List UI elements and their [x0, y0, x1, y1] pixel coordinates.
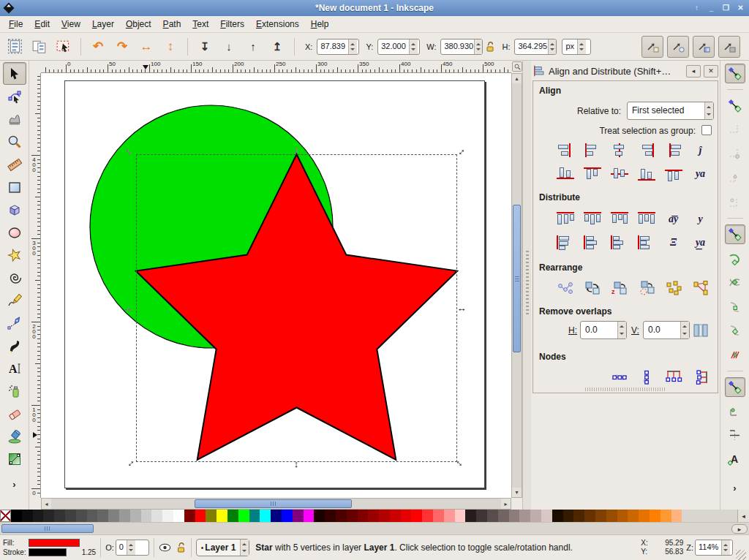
w-field[interactable]: 380.930 [440, 39, 483, 55]
align-nodes-horizontally-button[interactable] [606, 366, 632, 387]
stroke-swatch[interactable] [29, 548, 67, 556]
canvas[interactable]: ↔ ↕ ↔ ↔ ↔ ↔ ↕ ↔ [41, 73, 511, 498]
vertical-ruler[interactable]: 4003002001000 [29, 73, 41, 498]
minimize-button[interactable]: _ [705, 1, 718, 14]
palette-swatch[interactable] [65, 510, 76, 522]
panel-close-button[interactable]: ✕ [704, 65, 718, 77]
distribute-bottom-edges-button[interactable] [606, 232, 632, 253]
palette-swatch[interactable] [108, 510, 119, 522]
palette-swatch[interactable] [141, 510, 152, 522]
snap-nodes-toggle[interactable] [725, 224, 745, 244]
palette-swatch[interactable] [293, 510, 304, 522]
palette-swatch[interactable] [206, 510, 217, 522]
panel-resize-grip[interactable] [585, 387, 666, 391]
align-nodes-vertically-button[interactable] [633, 366, 659, 387]
palette-swatch[interactable] [628, 510, 639, 522]
toolbox-overflow-button[interactable]: › [12, 479, 15, 490]
palette-swatch[interactable] [325, 510, 336, 522]
palette-swatch[interactable] [433, 510, 444, 522]
palette-swatch[interactable] [509, 510, 520, 522]
distribute-centers-horizontally-button[interactable] [579, 208, 605, 230]
eraser-tool[interactable] [3, 402, 26, 425]
palette-swatch[interactable] [519, 510, 530, 522]
current-layer-dropdown[interactable]: • Layer 1 [196, 539, 250, 556]
palette-swatch[interactable] [650, 510, 660, 522]
palette-swatch[interactable] [401, 510, 412, 522]
palette-swatch[interactable] [43, 510, 54, 522]
sticky-zoom-button[interactable] [512, 61, 522, 72]
palette-swatch[interactable] [22, 510, 33, 522]
align-left-edges-button[interactable] [579, 140, 605, 161]
snap-path-intersections-toggle[interactable] [725, 273, 745, 292]
menu-filters[interactable]: Filters [214, 17, 250, 31]
palette-swatch[interactable] [314, 510, 325, 522]
move-gradients-toggle[interactable] [693, 36, 715, 58]
randomize-centers-button[interactable] [660, 277, 686, 298]
snap-bbox-edges-toggle[interactable] [725, 120, 745, 140]
align-text-anchors-horizontal-button[interactable]: ĵ [688, 140, 713, 161]
palette-swatch[interactable] [639, 510, 650, 522]
raise-one-step-button[interactable]: ↑ [242, 36, 264, 58]
exchange-positions-stacking-order-button[interactable]: z [606, 277, 632, 298]
scale-corners-toggle[interactable] [667, 36, 689, 58]
rotate-cw-button[interactable]: ↷ [111, 36, 133, 58]
relative-to-dropdown-buttons[interactable] [704, 102, 713, 119]
scale-handle-top-mid[interactable]: ↕ [291, 144, 301, 154]
layer-lock-icon[interactable] [176, 542, 187, 553]
align-bottom-edges-button[interactable] [633, 163, 659, 184]
menu-object[interactable]: Object [120, 17, 157, 31]
distribute-text-anchors-vertical-button[interactable]: Ξ [660, 232, 686, 253]
distribute-baselines-vertical-button[interactable]: y͟a [688, 232, 713, 253]
palette-scrollbar[interactable]: ▸ [0, 522, 749, 534]
palette-swatch[interactable] [282, 510, 293, 522]
select-all-button[interactable] [4, 36, 26, 58]
layer-visibility-icon[interactable] [159, 542, 171, 553]
palette-swatch[interactable] [238, 510, 249, 522]
palette-swatch[interactable] [617, 510, 628, 522]
palette-swatch-none[interactable] [0, 510, 11, 522]
palette-swatch[interactable] [217, 510, 227, 522]
snap-cusp-nodes-toggle[interactable] [725, 297, 745, 317]
scroll-up-button[interactable]: ▴ [512, 74, 522, 83]
panel-dock-button[interactable]: ◂ [686, 65, 701, 77]
palette-swatch[interactable] [184, 510, 195, 522]
distribute-nodes-vertically-button[interactable] [688, 366, 713, 387]
palette-swatch[interactable] [271, 510, 282, 522]
paint-bucket-tool[interactable] [3, 425, 26, 447]
relative-to-dropdown[interactable]: First selected [627, 102, 714, 120]
spray-tool[interactable] [3, 379, 26, 402]
exchange-positions-selection-order-button[interactable] [579, 277, 605, 298]
flip-vertical-button[interactable]: ↕ [159, 36, 181, 58]
distribute-vertical-gaps-button[interactable] [633, 232, 659, 253]
palette-swatch[interactable] [249, 510, 260, 522]
x-spinner-buttons[interactable] [348, 39, 357, 54]
palette-swatch[interactable] [97, 510, 108, 522]
palette-swatch[interactable] [476, 510, 487, 522]
align-top-edges-button[interactable] [579, 163, 605, 184]
layer-dropdown-buttons[interactable] [240, 540, 249, 556]
selector-tool[interactable] [3, 62, 26, 85]
lower-to-bottom-button[interactable]: ↧ [194, 36, 216, 58]
horizontal-scrollbar[interactable]: ◂ ▸ [41, 498, 511, 510]
align-right-edges-button[interactable] [633, 140, 659, 161]
palette-swatch[interactable] [584, 510, 595, 522]
menu-text[interactable]: Text [187, 17, 214, 31]
palette-swatch[interactable] [87, 510, 98, 522]
overlap-h-field[interactable]: 0.0 [580, 321, 627, 339]
palette-swatch[interactable] [444, 510, 455, 522]
palette-swatch[interactable] [595, 510, 606, 522]
menu-edit[interactable]: Edit [29, 17, 56, 31]
scale-handle-bottom-mid[interactable]: ↕ [291, 458, 301, 469]
snapbar-overflow-button[interactable]: › [733, 483, 736, 493]
pen-tool[interactable] [3, 311, 26, 334]
move-patterns-toggle[interactable] [718, 36, 740, 58]
snap-midpoints-toggle[interactable] [725, 345, 745, 365]
align-bottom-to-anchor-top-button[interactable] [552, 163, 578, 184]
vertical-scrollbar-thumb[interactable] [513, 205, 521, 352]
dock-resize-handle[interactable] [522, 61, 531, 510]
snap-bbox-centers-toggle[interactable] [725, 192, 745, 212]
palette-swatch[interactable] [260, 510, 271, 522]
measure-tool[interactable] [3, 153, 26, 175]
palette-swatch[interactable] [151, 510, 162, 522]
menu-file[interactable]: File [3, 17, 29, 31]
